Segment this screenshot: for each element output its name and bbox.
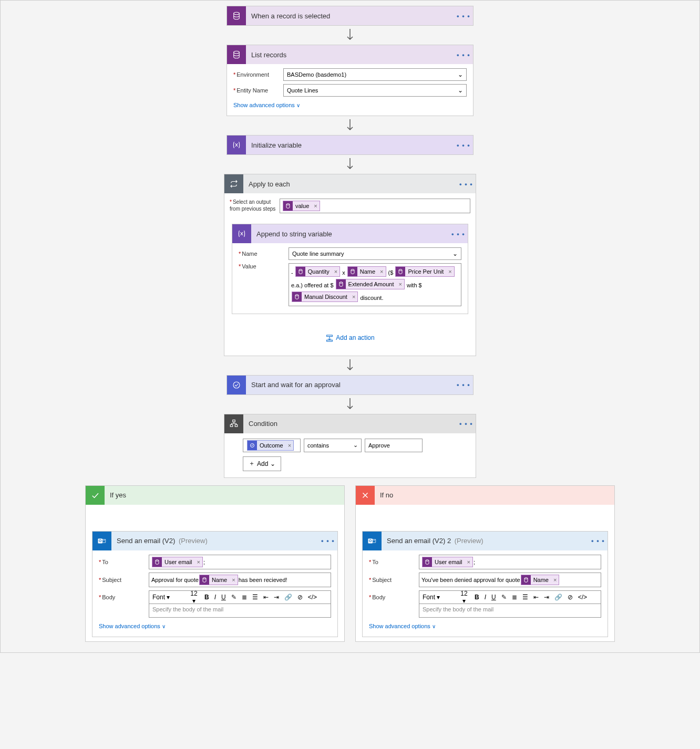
link-button[interactable]: 🔗 <box>282 594 295 601</box>
name-token[interactable]: Name× <box>347 266 386 277</box>
chevron-down-icon: ⌄ <box>452 250 458 257</box>
chevron-down-icon: ⌄ <box>458 71 463 78</box>
chevron-down-icon: ⌄ <box>458 87 463 94</box>
condition-icon <box>224 414 243 433</box>
menu-button[interactable]: • • • <box>589 537 608 545</box>
font-selector[interactable]: Font ▾ <box>419 594 456 601</box>
arrow <box>1 356 699 375</box>
underline-button[interactable]: U <box>489 594 499 601</box>
remove-token[interactable]: × <box>312 203 319 209</box>
bullet-list-button[interactable]: ≣ <box>509 594 520 601</box>
env-dropdown[interactable]: BASDemo (basdemo1)⌄ <box>283 68 467 81</box>
bold-button[interactable]: B <box>472 594 482 601</box>
svg-rect-13 <box>235 424 238 426</box>
outcome-token[interactable]: Outcome× <box>247 440 294 451</box>
name-token[interactable]: Name× <box>199 575 238 585</box>
name-label: Name <box>239 251 289 257</box>
link-button[interactable]: 🔗 <box>552 594 565 601</box>
svg-point-17 <box>156 560 159 561</box>
bold-button[interactable]: B <box>202 594 212 601</box>
clear-button[interactable]: ⊘ <box>295 594 305 601</box>
quantity-token[interactable]: Quantity× <box>295 266 340 277</box>
menu-button[interactable]: • • • <box>457 180 476 188</box>
list-records-card[interactable]: List records • • • Environment BASDemo (… <box>227 45 473 116</box>
apply-each-card[interactable]: Apply to each • • • Select an output fro… <box>224 174 476 356</box>
discount-token[interactable]: Manual Discount× <box>292 292 358 302</box>
menu-button[interactable]: • • • <box>449 230 468 238</box>
add-condition-button[interactable]: ＋ Add ⌄ <box>243 456 281 471</box>
trigger-card[interactable]: When a record is selected • • • <box>227 6 473 26</box>
highlight-button[interactable]: ✎ <box>499 594 509 601</box>
to-field[interactable]: User email× ; <box>149 555 331 569</box>
menu-button[interactable]: • • • <box>454 12 473 20</box>
svg-point-3 <box>299 269 302 271</box>
user-email-token[interactable]: User email× <box>152 557 203 567</box>
menu-button[interactable]: • • • <box>454 51 473 59</box>
condition-card[interactable]: Condition • • • Outcome× contains⌄ Appro… <box>224 414 476 478</box>
add-step-icon <box>325 334 334 342</box>
value-token[interactable]: value× <box>283 201 320 211</box>
outdent-button[interactable]: ⇤ <box>261 594 271 601</box>
approval-card[interactable]: Start and wait for an approval • • • <box>227 375 473 395</box>
rich-text-toolbar[interactable]: Font ▾ 12 ▾ B I U ✎ ≣ ☰ ⇤ ⇥ 🔗 ⊘ </> <box>149 590 331 604</box>
italic-button[interactable]: I <box>482 594 489 601</box>
menu-button[interactable]: • • • <box>318 537 337 545</box>
svg-rect-11 <box>233 420 235 422</box>
show-advanced-link[interactable]: Show advanced options <box>99 621 331 632</box>
append-variable-card[interactable]: Append to string variable • • • Name Quo… <box>232 224 468 314</box>
init-variable-card[interactable]: Initialize variable • • • <box>227 135 473 155</box>
size-selector[interactable]: 12 ▾ <box>186 590 202 605</box>
send-email-yes-card[interactable]: O Send an email (V2) (Preview) • • • To … <box>92 531 338 637</box>
value-field[interactable]: - Quantity× x Name× ($ Price Per Unit× e… <box>289 263 461 306</box>
subject-label: Subject <box>369 577 419 583</box>
indent-button[interactable]: ⇥ <box>271 594 282 601</box>
body-field[interactable]: Specify the body of the mail <box>419 604 601 618</box>
condition-operator[interactable]: contains⌄ <box>304 439 362 452</box>
svg-rect-9 <box>327 340 333 341</box>
price-token[interactable]: Price Per Unit× <box>395 266 454 277</box>
subject-label: Subject <box>99 577 149 583</box>
font-selector[interactable]: Font ▾ <box>149 594 186 601</box>
to-field[interactable]: User email× ; <box>419 555 601 569</box>
cds-icon <box>227 6 246 25</box>
entity-dropdown[interactable]: Quote Lines⌄ <box>283 84 467 97</box>
number-list-button[interactable]: ☰ <box>520 594 531 601</box>
rich-text-toolbar[interactable]: Font ▾ 12 ▾ B I U ✎ ≣ ☰ ⇤ ⇥ 🔗 ⊘ </> <box>419 590 601 604</box>
name-token[interactable]: Name× <box>521 575 560 585</box>
outdent-button[interactable]: ⇤ <box>531 594 541 601</box>
clear-button[interactable]: ⊘ <box>565 594 575 601</box>
underline-button[interactable]: U <box>219 594 229 601</box>
cds-icon <box>227 45 246 64</box>
select-output-field[interactable]: value× <box>280 199 470 213</box>
code-button[interactable]: </> <box>575 594 590 601</box>
condition-right[interactable]: Approve <box>365 439 423 452</box>
highlight-button[interactable]: ✎ <box>229 594 239 601</box>
menu-button[interactable]: • • • <box>457 420 476 428</box>
extended-token[interactable]: Extended Amount× <box>336 279 405 289</box>
chevron-down-icon: ⌄ <box>353 442 358 449</box>
body-field[interactable]: Specify the body of the mail <box>149 604 331 618</box>
italic-button[interactable]: I <box>212 594 219 601</box>
user-email-token[interactable]: User email× <box>422 557 473 567</box>
menu-button[interactable]: • • • <box>454 141 473 149</box>
svg-point-22 <box>524 578 528 579</box>
subject-field[interactable]: Approval for quote Name× has been reciev… <box>149 573 331 587</box>
code-button[interactable]: </> <box>305 594 320 601</box>
approval-icon <box>227 376 246 394</box>
subject-field[interactable]: You've been denied approval for quote Na… <box>419 573 601 587</box>
condition-left[interactable]: Outcome× <box>243 439 301 452</box>
size-selector[interactable]: 12 ▾ <box>456 590 472 605</box>
number-list-button[interactable]: ☰ <box>250 594 261 601</box>
if-yes-title: If yes <box>105 491 344 499</box>
show-advanced-link[interactable]: Show advanced options <box>369 621 601 632</box>
name-dropdown[interactable]: Quote line summary⌄ <box>289 247 461 260</box>
indent-button[interactable]: ⇥ <box>541 594 552 601</box>
trigger-title: When a record is selected <box>246 12 454 20</box>
add-action-link[interactable]: Add an action <box>230 319 470 350</box>
send-email-no-card[interactable]: O Send an email (V2) 2 (Preview) • • • T… <box>362 531 608 637</box>
svg-point-21 <box>426 560 429 561</box>
menu-button[interactable]: • • • <box>454 381 473 389</box>
bullet-list-button[interactable]: ≣ <box>239 594 250 601</box>
show-advanced-link[interactable]: Show advanced options <box>233 100 467 111</box>
svg-point-1 <box>234 51 240 54</box>
